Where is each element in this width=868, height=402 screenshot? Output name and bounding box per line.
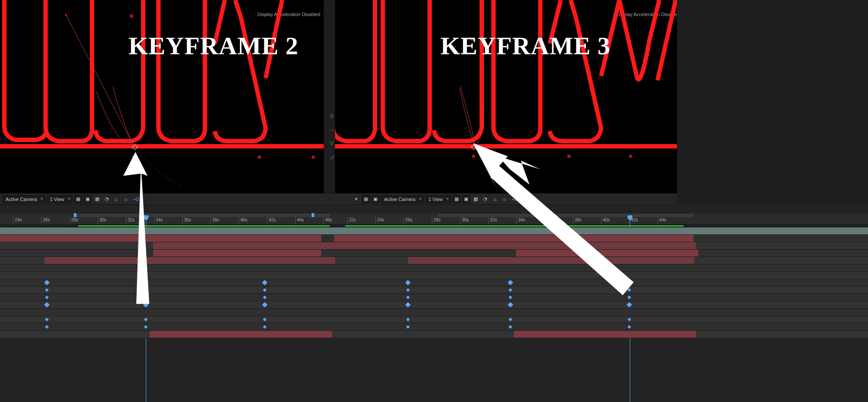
- bezier-handle[interactable]: [312, 156, 315, 159]
- svg-marker-1: [473, 143, 634, 295]
- root: Display Acceleration Disabled: [0, 0, 868, 402]
- glyph-outline: [489, 0, 677, 148]
- bezier-handle[interactable]: [130, 15, 133, 18]
- move-icon[interactable]: ⤢: [329, 155, 335, 161]
- mask-toggle-icon[interactable]: ▣: [462, 195, 470, 203]
- ruler-tick: 40s: [239, 217, 247, 225]
- svg-marker-0: [123, 152, 149, 304]
- active-camera-dropdown[interactable]: Active Camera: [3, 195, 45, 203]
- layer-bar[interactable]: [0, 235, 43, 242]
- cached-frames: [78, 225, 330, 227]
- ruler-tick: 46s: [323, 217, 332, 225]
- viewer-footer-left: Active Camera 1 View ▦ ▣ ▩ ◔ ⌂ ☼ +0.0: [0, 193, 335, 205]
- annotation-arrow: [473, 143, 647, 300]
- ruler-tick: 36s: [182, 217, 191, 225]
- active-camera-dropdown[interactable]: Active Camera: [381, 195, 424, 203]
- layer-bar[interactable]: [44, 257, 335, 264]
- ruler-tick: 44s: [658, 217, 666, 225]
- render-time-icon[interactable]: ◔: [103, 195, 111, 203]
- viewer-edge-toolbar: S ↔ V ⤢: [329, 113, 335, 161]
- grid-icon[interactable]: ▦: [362, 195, 370, 203]
- ruler-tick: 28s: [432, 217, 441, 225]
- ruler-tick: 38s: [210, 217, 219, 225]
- snap-icon[interactable]: S: [329, 113, 335, 119]
- track-row[interactable]: [0, 331, 868, 338]
- property-row[interactable]: [0, 316, 868, 323]
- annotation-arrow: [123, 152, 162, 308]
- view-count-dropdown[interactable]: 1 View: [425, 195, 451, 203]
- property-row[interactable]: [0, 309, 868, 316]
- glyph-outline: [335, 0, 378, 148]
- layer-bar[interactable]: [334, 235, 407, 242]
- view-count-dropdown[interactable]: 1 View: [47, 195, 72, 203]
- ruler-tick: 44s: [295, 217, 304, 225]
- ruler-tick: 30s: [460, 217, 469, 225]
- grid-icon[interactable]: ▦: [453, 195, 460, 203]
- grid-icon[interactable]: ▦: [74, 195, 82, 203]
- ruler-tick: 26s: [41, 217, 50, 225]
- work-area-segment[interactable]: [74, 214, 330, 217]
- ruler-tick: 28s: [69, 217, 78, 225]
- ruler-tick: 22s: [347, 217, 356, 225]
- mask-toggle-icon[interactable]: ▣: [84, 195, 92, 203]
- transparency-grid-icon[interactable]: ▩: [93, 195, 101, 203]
- layer-bar[interactable]: [514, 331, 696, 338]
- ruler-tick: 42s: [267, 217, 276, 225]
- camera-icon[interactable]: ⌂: [112, 195, 120, 203]
- ruler-tick: 26s: [404, 217, 412, 225]
- annotation-label: KEYFRAME 3: [441, 31, 611, 60]
- mask-toggle-icon[interactable]: ▣: [372, 195, 379, 203]
- ruler-tick: 30s: [98, 217, 106, 225]
- layer-bar[interactable]: [153, 250, 321, 257]
- path-vertex[interactable]: [65, 14, 67, 16]
- motion-path[interactable]: [455, 82, 503, 152]
- ruler-tick: 24s: [375, 217, 384, 225]
- annotation-label: KEYFRAME 2: [128, 31, 299, 60]
- layer-bar[interactable]: [150, 331, 332, 338]
- vertex-icon[interactable]: V: [329, 141, 335, 147]
- chevron-down-icon[interactable]: ▾: [352, 195, 360, 203]
- handles-icon[interactable]: ↔: [329, 127, 335, 133]
- layer-bar[interactable]: [43, 235, 321, 242]
- ruler-tick: 24s: [13, 217, 22, 225]
- bezier-handle[interactable]: [258, 156, 261, 159]
- property-row[interactable]: [0, 323, 868, 331]
